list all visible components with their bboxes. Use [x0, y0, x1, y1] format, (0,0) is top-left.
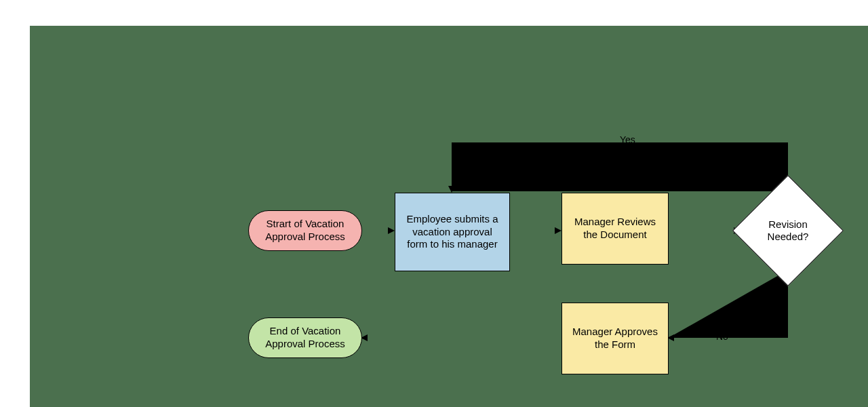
node-decision-label: Revision Needed?	[755, 218, 821, 243]
node-review: Manager Reviews the Document	[561, 193, 669, 265]
node-start-label: Strart of Vacation Approval Process	[256, 218, 355, 244]
node-approve: Manager Approves the Form	[561, 303, 669, 374]
edge-label-no: No	[716, 331, 728, 342]
node-start: Strart of Vacation Approval Process	[248, 210, 362, 251]
node-approve-label: Manager Approves the Form	[569, 326, 661, 351]
node-submit: Employee submits a vacation approval for…	[395, 193, 510, 271]
node-decision: Revision Needed?	[749, 191, 827, 270]
edge-decision-no	[669, 270, 788, 338]
node-end-label: End of Vacation Approval Process	[256, 325, 355, 351]
node-end: End of Vacation Approval Process	[248, 317, 362, 358]
edge-label-yes: Yes	[620, 134, 635, 145]
node-review-label: Manager Reviews the Document	[569, 216, 661, 241]
edge-decision-yes	[452, 142, 788, 191]
flowchart-canvas: Yes No Strart of Vacation Approval Proce…	[30, 26, 868, 407]
node-submit-label: Employee submits a vacation approval for…	[402, 213, 502, 251]
